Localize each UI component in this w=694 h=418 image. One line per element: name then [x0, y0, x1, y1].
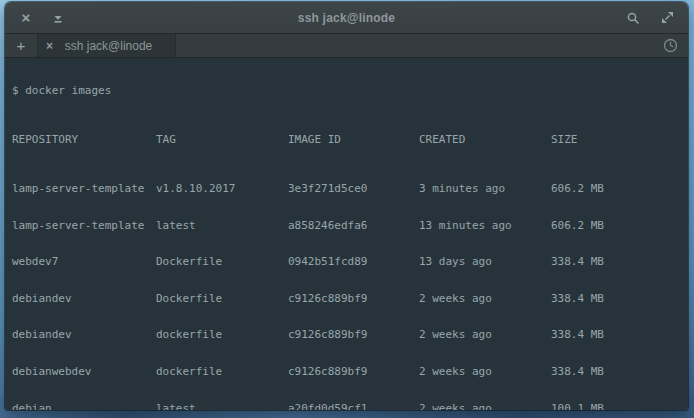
table-row: debiandev Dockerfile c9126c889bf9 2 week… [12, 293, 688, 305]
tab-close-icon[interactable]: × [46, 39, 60, 53]
terminal-window: × ssh jack@linode [5, 2, 688, 410]
col-header-tag: TAG [156, 134, 288, 146]
cell-size: 338.4 MB [551, 293, 604, 305]
cell-image-id: c9126c889bf9 [288, 366, 419, 378]
titlebar-left-controls: × [5, 9, 67, 27]
cell-size: 338.4 MB [551, 329, 604, 341]
cell-size: 100.1 MB [551, 403, 604, 410]
cell-repository: debiandev [12, 293, 156, 305]
cell-created: 2 weeks ago [419, 293, 551, 305]
cell-created: 13 days ago [419, 256, 551, 268]
tab-ssh-session[interactable]: × ssh jack@linode [38, 34, 176, 57]
cell-tag: latest [156, 220, 288, 232]
titlebar: × ssh jack@linode [5, 2, 688, 34]
cell-image-id: 3e3f271d5ce0 [288, 183, 419, 195]
cell-image-id: a20fd0d59cf1 [288, 403, 419, 410]
cell-tag: dockerfile [156, 366, 288, 378]
cell-size: 338.4 MB [551, 256, 604, 268]
window-title: ssh jack@linode [5, 11, 688, 25]
table-row: debianwebdev dockerfile c9126c889bf9 2 w… [12, 366, 688, 378]
close-icon: × [22, 10, 31, 25]
tab-label: ssh jack@linode [60, 39, 167, 53]
cell-tag: Dockerfile [156, 293, 288, 305]
history-button[interactable] [663, 34, 688, 57]
cell-image-id: a858246edfa6 [288, 220, 419, 232]
minimize-icon [52, 12, 64, 24]
prompt: $ [12, 85, 19, 97]
col-header-size: SIZE [551, 134, 578, 146]
history-clock-icon [663, 38, 678, 53]
table-header-row: REPOSITORY TAG IMAGE ID CREATED SIZE [12, 134, 688, 146]
new-tab-button[interactable]: + [5, 34, 38, 57]
cell-tag: Dockerfile [156, 256, 288, 268]
col-header-image-id: IMAGE ID [288, 134, 419, 146]
cell-created: 2 weeks ago [419, 366, 551, 378]
col-header-repository: REPOSITORY [12, 134, 156, 146]
cell-repository: webdev7 [12, 256, 156, 268]
cell-image-id: 0942b51fcd89 [288, 256, 419, 268]
cell-size: 338.4 MB [551, 366, 604, 378]
table-row: webdev7 Dockerfile 0942b51fcd89 13 days … [12, 256, 688, 268]
cell-repository: lamp-server-template [12, 220, 156, 232]
command-line: $docker images [12, 85, 688, 97]
cell-created: 13 minutes ago [419, 220, 551, 232]
cell-created: 2 weeks ago [419, 329, 551, 341]
cell-created: 3 minutes ago [419, 183, 551, 195]
cell-tag: v1.8.10.2017 [156, 183, 288, 195]
command-text: docker images [25, 85, 111, 97]
search-button[interactable] [624, 9, 642, 27]
cell-repository: debian [12, 403, 156, 410]
cell-image-id: c9126c889bf9 [288, 293, 419, 305]
minimize-button[interactable] [49, 9, 67, 27]
maximize-icon [661, 11, 674, 24]
cell-tag: dockerfile [156, 329, 288, 341]
table-row: lamp-server-template latest a858246edfa6… [12, 220, 688, 232]
table-row: debiandev dockerfile c9126c889bf9 2 week… [12, 329, 688, 341]
cell-size: 606.2 MB [551, 220, 604, 232]
titlebar-right-controls [624, 9, 688, 27]
table-row: debian latest a20fd0d59cf1 2 weeks ago 1… [12, 403, 688, 410]
cell-repository: debiandev [12, 329, 156, 341]
close-button[interactable]: × [17, 9, 35, 27]
cell-repository: debianwebdev [12, 366, 156, 378]
table-row: lamp-server-template v1.8.10.2017 3e3f27… [12, 183, 688, 195]
cell-image-id: c9126c889bf9 [288, 329, 419, 341]
search-icon [626, 11, 640, 25]
cell-created: 2 weeks ago [419, 403, 551, 410]
cell-tag: latest [156, 403, 288, 410]
maximize-button[interactable] [658, 9, 676, 27]
terminal-output[interactable]: $docker images REPOSITORY TAG IMAGE ID C… [5, 58, 688, 410]
tab-bar: + × ssh jack@linode [5, 34, 688, 58]
cell-repository: lamp-server-template [12, 183, 156, 195]
cell-size: 606.2 MB [551, 183, 604, 195]
tabbar-spacer [176, 34, 663, 57]
plus-icon: + [17, 37, 26, 54]
col-header-created: CREATED [419, 134, 551, 146]
